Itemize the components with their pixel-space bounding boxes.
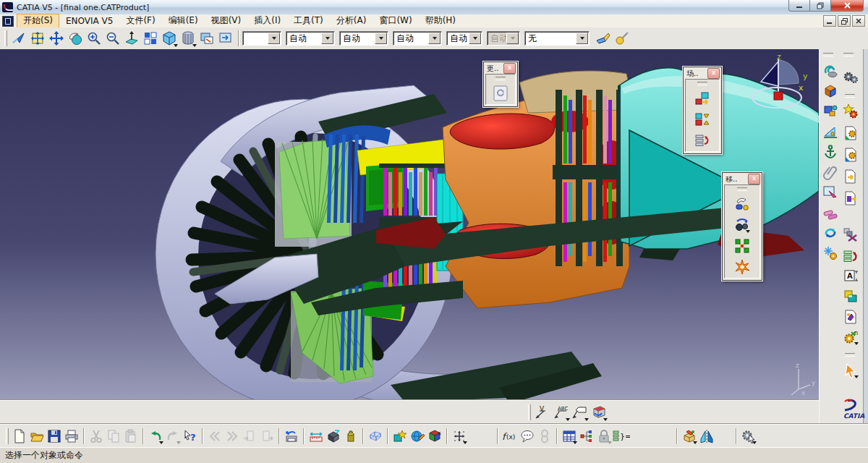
catalog-icon[interactable] — [391, 428, 409, 445]
spring-update-icon[interactable] — [822, 62, 839, 80]
design-table-icon[interactable] — [561, 428, 578, 445]
mdi-minimize-button[interactable] — [823, 15, 836, 27]
scenes-palette-titlebar[interactable]: 场.. x — [685, 68, 720, 79]
sidebar-scrollbar[interactable] — [863, 49, 868, 423]
text-leader-icon[interactable]: ABC — [552, 403, 571, 422]
move-palette-close-icon[interactable]: x — [748, 174, 760, 184]
doc-gear-green-icon[interactable] — [842, 124, 859, 142]
doc-analysis-icon[interactable] — [842, 308, 859, 326]
view-compass[interactable]: z y x — [746, 53, 812, 112]
auto-combo-2[interactable]: 自动 — [339, 31, 388, 46]
annotation-box-icon[interactable] — [590, 403, 608, 422]
component-icon[interactable] — [822, 103, 839, 120]
hide-show-icon[interactable] — [197, 29, 216, 48]
rotate-icon[interactable] — [66, 29, 85, 48]
box-pencil-icon[interactable] — [681, 428, 698, 445]
comment-icon[interactable] — [519, 428, 536, 445]
update-icon[interactable] — [492, 85, 509, 102]
relations-icon[interactable]: }= — [613, 428, 630, 445]
menu-help[interactable]: 帮助(H) — [419, 14, 462, 28]
layer-combo[interactable]: 无 — [524, 31, 590, 46]
grid-snap-icon[interactable] — [451, 428, 468, 445]
select-cursor-icon[interactable] — [842, 362, 859, 379]
measure-between-icon[interactable] — [307, 428, 325, 445]
fastener-icon[interactable] — [822, 204, 839, 221]
mdi-close-button[interactable] — [852, 15, 865, 27]
menu-enovia[interactable]: ENOVIA V5 — [59, 15, 119, 27]
smart-move-icon[interactable] — [733, 237, 751, 255]
close-button[interactable] — [831, 0, 864, 12]
move-palette-titlebar[interactable]: 移.. x — [724, 174, 760, 184]
wizard-icon[interactable] — [613, 29, 631, 48]
document-system-icon[interactable] — [2, 16, 14, 27]
open-icon[interactable] — [28, 428, 46, 445]
star-gear-icon[interactable] — [842, 103, 859, 120]
3d-viewport[interactable]: z y x z y x 更.. x 场.. x — [0, 49, 819, 399]
swap-space-icon[interactable] — [216, 29, 235, 48]
title-bar[interactable]: CATIA V5 - [final one.CATProduct] — [0, 0, 868, 15]
render-style-icon[interactable] — [179, 29, 197, 48]
formula-icon[interactable]: f(x) — [501, 428, 519, 445]
scenes-palette-close-icon[interactable]: x — [707, 68, 720, 79]
section-icon[interactable] — [367, 428, 384, 445]
delete-constraint-icon[interactable] — [842, 226, 859, 243]
gears-icon[interactable] — [842, 69, 859, 87]
update-palette[interactable]: 更.. x — [483, 61, 518, 107]
scene-list-icon[interactable] — [694, 132, 711, 149]
scene-browser-icon[interactable] — [694, 90, 711, 107]
world-edit-icon[interactable] — [409, 428, 426, 445]
colored-cube-icon[interactable]: s — [426, 428, 443, 445]
fly-mode-icon[interactable] — [9, 29, 28, 48]
reuse-pattern-icon[interactable] — [822, 245, 839, 262]
zoom-out-icon[interactable] — [103, 29, 122, 48]
move-palette[interactable]: 移.. x — [722, 172, 762, 281]
doc-transfer-icon[interactable] — [842, 190, 859, 207]
multi-view-icon[interactable] — [141, 29, 160, 48]
flag-note-icon[interactable] — [571, 403, 590, 422]
manipulation-icon[interactable] — [733, 195, 751, 213]
undo-icon[interactable] — [147, 428, 164, 445]
gear-cursor-icon[interactable] — [740, 428, 757, 445]
doc-gear-blue-icon[interactable] — [842, 146, 859, 163]
constraint-angle-icon[interactable] — [822, 123, 839, 140]
normal-view-icon[interactable] — [122, 29, 141, 48]
update-palette-titlebar[interactable]: 更.. x — [485, 63, 516, 74]
text-annotation-icon[interactable]: A — [842, 268, 859, 285]
pan-icon[interactable] — [47, 29, 66, 48]
menu-analyze[interactable]: 分析(A) — [330, 14, 373, 28]
scene-sequence-icon[interactable] — [694, 111, 711, 128]
menu-view[interactable]: 视图(V) — [205, 14, 248, 28]
isometric-view-icon[interactable] — [160, 29, 179, 48]
update-palette-close-icon[interactable]: x — [503, 63, 516, 74]
measure-item-icon[interactable] — [325, 428, 342, 445]
update-assembly-icon[interactable] — [822, 224, 839, 242]
frame-select-icon[interactable] — [822, 184, 839, 201]
save-icon[interactable] — [46, 428, 63, 445]
help-icon[interactable]: ? — [182, 428, 199, 445]
mdi-restore-button[interactable] — [838, 15, 851, 27]
product-structure-icon[interactable] — [822, 82, 839, 100]
auto-combo-4[interactable]: 自动 — [446, 31, 482, 46]
weld-symbol-icon[interactable]: V — [533, 403, 552, 422]
print-icon[interactable] — [63, 428, 80, 445]
bom-list-icon[interactable] — [842, 247, 859, 265]
weld-feature-icon[interactable] — [842, 288, 859, 305]
doc-export-icon[interactable] — [842, 168, 859, 185]
tree-icon[interactable] — [578, 428, 595, 445]
auto-combo-1[interactable]: 自动 — [286, 31, 335, 46]
maximize-button[interactable] — [810, 0, 831, 12]
new-icon[interactable] — [11, 428, 28, 445]
snap-icon[interactable] — [733, 216, 751, 234]
pattern-n-icon[interactable]: n — [842, 328, 859, 346]
auto-combo-3[interactable]: 自动 — [393, 31, 442, 46]
painter-icon[interactable] — [594, 29, 613, 48]
graphic-color-combo[interactable] — [242, 31, 281, 46]
coincidence-clip-icon[interactable] — [822, 163, 839, 181]
inertia-icon[interactable] — [342, 428, 359, 445]
menu-window[interactable]: 窗口(W) — [373, 14, 418, 28]
menu-start[interactable]: 开始(S) — [17, 14, 59, 28]
mirror-icon[interactable] — [698, 428, 715, 445]
explode-icon[interactable] — [733, 258, 751, 276]
zoom-in-icon[interactable] — [85, 29, 103, 48]
anchor-fix-icon[interactable] — [822, 143, 839, 161]
